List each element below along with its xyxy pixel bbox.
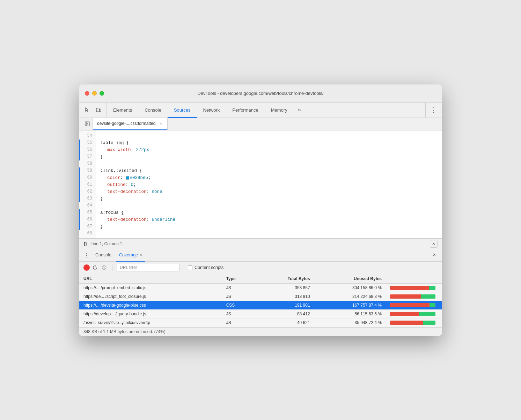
cell-bar — [386, 283, 442, 292]
cell-total-bytes: 49 621 — [256, 318, 314, 327]
line-num-55: 55 — [79, 140, 96, 147]
line-num-62: 62 — [79, 188, 96, 195]
status-braces-icon: {} — [83, 241, 87, 246]
code-content[interactable]: table img { max-width: 272px } :link,:vi… — [96, 130, 442, 238]
inspect-icon[interactable] — [83, 105, 92, 114]
color-swatch[interactable] — [126, 176, 129, 180]
window-title: DevTools - developers.google.com/web/too… — [197, 91, 323, 96]
tab-memory[interactable]: Memory — [265, 103, 294, 118]
coverage-tab-close[interactable]: × — [140, 253, 142, 257]
bottom-tab-coverage[interactable]: Coverage × — [116, 249, 145, 262]
file-tab-css[interactable]: devsite-google-....css:formatted × — [93, 118, 168, 130]
device-toggle-icon[interactable] — [94, 105, 103, 114]
code-line-62: text-decoration: none — [100, 188, 442, 195]
col-url[interactable]: URL — [79, 274, 222, 284]
col-bar — [386, 274, 442, 284]
panel-toggle-icon[interactable] — [82, 118, 93, 130]
content-scripts-label[interactable]: Content scripts — [188, 265, 223, 270]
main-tabs: Elements Console Sources Network Perform… — [107, 103, 425, 118]
col-type[interactable]: Type — [222, 274, 256, 284]
svg-marker-3 — [87, 123, 88, 125]
cell-unused-bytes: 167 757 87.4 % — [314, 301, 386, 309]
line-num-61: 61 — [79, 181, 96, 188]
tab-sources[interactable]: Sources — [168, 103, 197, 118]
coverage-toolbar: Content scripts — [79, 262, 442, 274]
col-total-bytes[interactable]: Total Bytes — [256, 274, 314, 284]
cell-total-bytes: 353 857 — [256, 283, 314, 292]
code-line-60: color: #039be5; — [100, 174, 442, 181]
maximize-button[interactable] — [100, 91, 104, 96]
bottom-tab-console[interactable]: Console — [93, 249, 114, 262]
kebab-menu-button[interactable]: ⋮ — [425, 103, 442, 118]
line-num-65: 65 — [79, 209, 96, 216]
code-line-64 — [100, 202, 442, 209]
cell-url: https://... /devsite-google-blue.css — [79, 301, 222, 309]
code-line-57: } — [100, 153, 442, 160]
cell-type: CSS — [222, 301, 256, 309]
cell-type: JS — [222, 292, 256, 301]
tab-performance[interactable]: Performance — [226, 103, 264, 118]
tab-elements[interactable]: Elements — [107, 103, 138, 118]
minimize-button[interactable] — [92, 91, 97, 96]
cell-bar — [386, 301, 442, 309]
bottom-panel-toolbar: ⋮ Console Coverage × × — [79, 249, 442, 262]
table-row[interactable]: https://... /devsite-google-blue.cssCSS1… — [79, 301, 442, 309]
coverage-table-container: URL Type Total Bytes Unused Bytes https:… — [79, 274, 442, 327]
reload-button[interactable] — [91, 264, 99, 271]
line-num-68: 68 — [79, 230, 96, 237]
code-editor[interactable]: 54 55 56 57 58 — [79, 130, 442, 239]
record-button[interactable] — [83, 264, 90, 271]
code-line-56: max-width: 272px — [100, 147, 442, 153]
code-line-69-preview: a .link .th-visited .devsite-toast-conte… — [100, 237, 442, 238]
table-row[interactable]: https://develop... /jquery-bundle.jsJS88… — [79, 309, 442, 318]
clear-button[interactable] — [100, 264, 108, 271]
devtools-container: Elements Console Sources Network Perform… — [79, 103, 442, 336]
file-tab-close-button[interactable]: × — [158, 121, 163, 126]
code-line-61: outline: 0; — [100, 181, 442, 188]
bottom-panel-close-button[interactable]: × — [431, 251, 438, 259]
table-row[interactable]: https://de... /script_foot_closure.jsJS3… — [79, 292, 442, 301]
tab-console[interactable]: Console — [138, 103, 168, 118]
line-num-63: 63 — [79, 195, 96, 202]
line-num-60: 60 — [79, 174, 96, 181]
file-tab-name: devsite-google-....css:formatted — [97, 121, 155, 126]
cell-bar — [386, 309, 442, 318]
cell-unused-bytes: 304 158 86.0 % — [314, 283, 386, 292]
line-num-54: 54 — [79, 133, 96, 140]
bottom-kebab-icon[interactable]: ⋮ — [83, 251, 90, 259]
line-num-57: 57 — [79, 153, 96, 160]
svg-rect-1 — [100, 109, 101, 112]
line-num-56: 56 — [79, 147, 96, 153]
traffic-lights — [85, 91, 104, 96]
table-row[interactable]: https://... /prompt_embed_static.jsJS353… — [79, 283, 442, 292]
code-line-58 — [100, 160, 442, 167]
table-row[interactable]: /async_survey?site=ylj5ifxusvvmr4pJS49 6… — [79, 318, 442, 327]
status-bar: {} Line 1, Column 1 — [79, 239, 442, 249]
line-num-67: 67 — [79, 223, 96, 230]
code-line-54 — [100, 133, 442, 140]
line-num-58: 58 — [79, 160, 96, 167]
cursor-position: Line 1, Column 1 — [90, 241, 122, 246]
title-bar: DevTools - developers.google.com/web/too… — [79, 84, 442, 103]
svg-rect-0 — [96, 108, 99, 112]
toolbar-icons — [79, 103, 107, 118]
coverage-table: URL Type Total Bytes Unused Bytes https:… — [79, 274, 442, 327]
cell-total-bytes: 191 901 — [256, 301, 314, 309]
cell-total-bytes: 88 412 — [256, 309, 314, 318]
url-filter-input[interactable] — [117, 264, 179, 271]
line-numbers: 54 55 56 57 58 — [79, 130, 96, 238]
cell-type: JS — [222, 318, 256, 327]
devtools-toolbar: Elements Console Sources Network Perform… — [79, 103, 442, 118]
line-num-64: 64 — [79, 202, 96, 209]
line-num-66: 66 — [79, 216, 96, 223]
cell-unused-bytes: 35 948 72.4 % — [314, 318, 386, 327]
code-line-68 — [100, 230, 442, 237]
close-button[interactable] — [85, 91, 89, 96]
col-unused-bytes[interactable]: Unused Bytes — [314, 274, 386, 284]
tab-network[interactable]: Network — [197, 103, 226, 118]
content-scripts-checkbox[interactable] — [188, 265, 192, 270]
code-line-63: } — [100, 195, 442, 202]
cell-url: /async_survey?site=ylj5ifxusvvmr4p — [79, 318, 222, 327]
scroll-to-top-button[interactable] — [430, 240, 438, 248]
more-tabs-button[interactable]: » — [294, 103, 305, 118]
